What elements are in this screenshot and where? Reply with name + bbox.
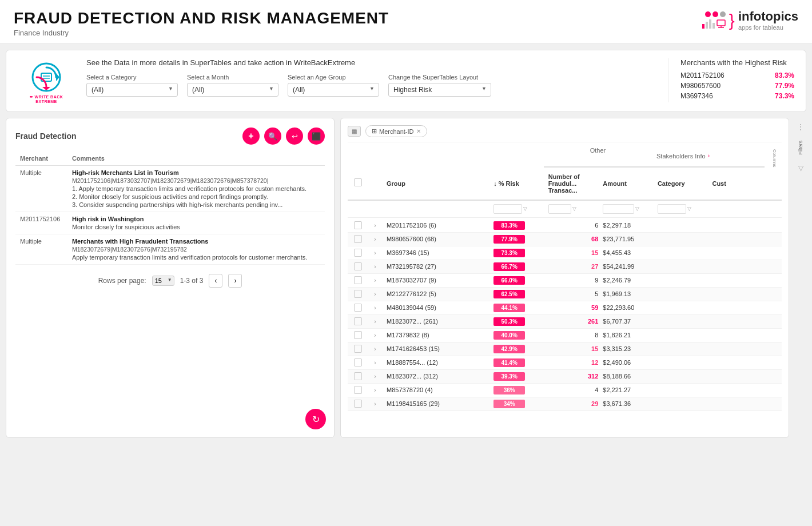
- row-checkbox[interactable]: [354, 400, 362, 408]
- category-select[interactable]: (All): [86, 83, 178, 97]
- row-amount: $23,771.95: [600, 236, 655, 242]
- row-checkbox[interactable]: [354, 290, 362, 298]
- fraud-row-merchant: Multiple: [15, 166, 67, 212]
- age-select[interactable]: (All): [288, 83, 379, 97]
- row-amount: $3,671.36: [600, 400, 655, 407]
- row-expand[interactable]: ›: [374, 332, 376, 338]
- row-checkbox[interactable]: [354, 331, 362, 339]
- fraud-row-comment: High-risk Merchants List in TourismM2011…: [67, 166, 325, 212]
- rows-per-page-select[interactable]: 15: [152, 276, 174, 286]
- amount-filter-input[interactable]: [603, 204, 634, 214]
- row-expand[interactable]: ›: [374, 264, 376, 270]
- layout-filter-group: Change the SuperTables Layout Highest Ri…: [388, 74, 491, 97]
- prev-page-button[interactable]: ‹: [209, 274, 222, 288]
- row-expand[interactable]: ›: [374, 291, 376, 297]
- supertable-row: › M1741626453 (15) 42.9% 15 $3,315.23: [348, 342, 782, 356]
- svg-rect-4: [717, 20, 725, 26]
- fraud-row-merchant: Multiple: [15, 234, 67, 265]
- page-header: FRAUD DETECTION AND RISK MANAGEMENT Fina…: [0, 0, 812, 44]
- undo-button[interactable]: ↩: [286, 127, 303, 145]
- row-amount: $54,241.99: [600, 263, 655, 270]
- merchant-risk-pct: 83.3%: [775, 71, 794, 79]
- merchant-id-tab-label: Merchant-ID: [379, 128, 414, 135]
- month-label: Select a Month: [187, 74, 278, 81]
- category-filter-group: Select a Category (All) ▼: [86, 74, 178, 97]
- row-checkbox[interactable]: [354, 358, 362, 366]
- row-checkbox[interactable]: [354, 276, 362, 284]
- refresh-button[interactable]: ↻: [305, 409, 326, 429]
- risk-filter-input[interactable]: [493, 204, 522, 214]
- fraud-panel-title: Fraud Detection: [15, 132, 77, 141]
- logo-icon-3: [720, 11, 726, 17]
- top-merchants-list: M201175210683.3%M98065760077.9%M36973467…: [680, 71, 794, 100]
- row-group: M1823072... (261): [382, 318, 491, 325]
- row-checkbox[interactable]: [354, 317, 362, 325]
- row-expand[interactable]: ›: [374, 250, 376, 256]
- writeback-logo: ✏ WRITE BACKEXTREME: [18, 58, 75, 103]
- select-all-checkbox[interactable]: [354, 178, 362, 186]
- search-button[interactable]: 🔍: [264, 127, 281, 145]
- category-filter-icon[interactable]: ▽: [687, 206, 691, 212]
- row-expand[interactable]: ›: [374, 277, 376, 284]
- comments-col-header: Comments: [67, 152, 325, 166]
- expand-filter-icon[interactable]: ▽: [798, 164, 803, 172]
- grid-tab-icon: ⊞: [372, 127, 377, 135]
- row-risk: 77.9%: [491, 235, 546, 244]
- row-checkbox[interactable]: [354, 262, 362, 270]
- row-fraudulent: 9: [546, 277, 601, 284]
- row-expand[interactable]: ›: [374, 373, 376, 380]
- filters-label[interactable]: Filters: [798, 141, 803, 155]
- row-risk: 42.9%: [491, 345, 546, 353]
- row-group: M3697346 (15): [382, 249, 491, 256]
- row-checkbox[interactable]: [354, 221, 362, 229]
- row-checkbox[interactable]: [354, 249, 362, 257]
- row-group: M980657600 (68): [382, 236, 491, 242]
- row-checkbox[interactable]: [354, 372, 362, 380]
- row-fraudulent: 68: [546, 236, 601, 242]
- export-button[interactable]: ⬛: [308, 127, 325, 145]
- row-amount: $2,490.06: [600, 359, 655, 366]
- row-checkbox[interactable]: [354, 235, 362, 243]
- merchant-id-tab[interactable]: ⊞ Merchant-ID ✕: [365, 125, 427, 137]
- risk-filter-icon[interactable]: ▽: [523, 206, 527, 212]
- supertable-row: › M2122776122 (5) 62.5% 5 $1,969.13: [348, 288, 782, 301]
- row-amount: $1,969.13: [600, 290, 655, 297]
- row-expand[interactable]: ›: [374, 346, 376, 352]
- row-fraudulent: 8: [546, 332, 601, 338]
- month-select[interactable]: (All): [187, 83, 278, 97]
- row-group: M732195782 (27): [382, 263, 491, 270]
- row-expand[interactable]: ›: [374, 236, 376, 242]
- filter-bar: ✏ WRITE BACKEXTREME See the Data in more…: [6, 50, 806, 112]
- row-checkbox[interactable]: [354, 345, 362, 353]
- supertable-row: › M980657600 (68) 77.9% 68 $23,771.95: [348, 233, 782, 246]
- row-risk: 62.5%: [491, 290, 546, 298]
- fraud-table-row: Multiple Merchants with High Fraudulent …: [15, 234, 325, 265]
- filter-section: See the Data in more details in SuperTab…: [75, 58, 668, 97]
- supertables-data-rows: › M2011752106 (6) 83.3% 6 $2,297.18 › M9…: [348, 219, 782, 411]
- row-expand[interactable]: ›: [374, 318, 376, 325]
- tab-close-icon[interactable]: ✕: [416, 128, 421, 134]
- age-filter-group: Select an Age Group (All) ▼: [288, 74, 379, 97]
- row-checkbox[interactable]: [354, 304, 362, 312]
- fraudulent-filter-icon[interactable]: ▽: [572, 206, 576, 212]
- row-expand[interactable]: ›: [374, 387, 376, 393]
- logo-icon-2: [713, 11, 718, 17]
- merchant-risk-id: M3697346: [680, 92, 713, 100]
- st-column-headers: Group ↓ % Risk Number ofFraudul...Transa…: [348, 170, 782, 201]
- layout-select[interactable]: Highest Risk: [388, 83, 491, 97]
- row-expand[interactable]: ›: [374, 401, 376, 407]
- row-expand[interactable]: ›: [374, 305, 376, 311]
- row-amount: $2,246.79: [600, 277, 655, 284]
- writeback-label: ✏ WRITE BACKEXTREME: [30, 95, 63, 103]
- month-filter-group: Select a Month (All) ▼: [187, 74, 278, 97]
- row-expand[interactable]: ›: [374, 222, 376, 229]
- supertables-panel: ▦ ⊞ Merchant-ID ✕ Other Stakeholders Inf…: [340, 118, 789, 438]
- logo-edit-icon: [717, 19, 726, 29]
- next-page-button[interactable]: ›: [228, 274, 242, 288]
- row-checkbox[interactable]: [354, 386, 362, 394]
- category-filter-input[interactable]: [658, 204, 686, 214]
- add-button[interactable]: +: [242, 127, 260, 145]
- fraudulent-filter-input[interactable]: [548, 204, 571, 214]
- amount-filter-icon[interactable]: ▽: [635, 206, 639, 212]
- row-expand[interactable]: ›: [374, 360, 376, 366]
